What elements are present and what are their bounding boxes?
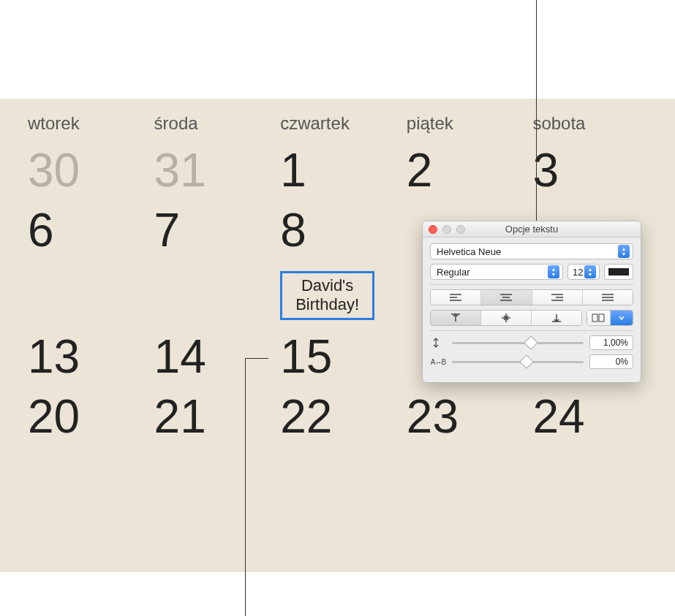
columns-control <box>587 310 633 326</box>
align-center-button[interactable] <box>481 290 532 305</box>
columns-icon <box>592 313 605 322</box>
align-left-icon <box>449 293 462 302</box>
valign-middle-button[interactable] <box>481 311 532 325</box>
event-cell: David's Birthday! <box>274 271 401 320</box>
char-spacing-icon: A↔B <box>430 358 446 366</box>
panel-body: Helvetica Neue ▲▼ Regular ▲▼ 12 ▲▼ <box>423 237 641 382</box>
font-style-select[interactable]: Regular ▲▼ <box>430 264 563 280</box>
divider <box>430 284 633 285</box>
font-family-select[interactable]: Helvetica Neue ▲▼ <box>430 243 633 259</box>
slider-thumb[interactable] <box>519 354 534 369</box>
select-stepper-icon: ▲▼ <box>618 245 630 258</box>
color-preview <box>608 268 629 275</box>
day-number[interactable]: 23 <box>401 393 527 440</box>
line-spacing-value: 1,00% <box>603 338 628 348</box>
day-header: wtorek <box>22 113 148 134</box>
day-number[interactable]: 21 <box>148 393 275 440</box>
event-text-box[interactable]: David's Birthday! <box>280 271 374 320</box>
day-header: sobota <box>527 113 653 134</box>
callout-line <box>245 358 246 616</box>
valign-bottom-icon <box>551 313 562 323</box>
day-number[interactable]: 8 <box>274 207 401 258</box>
align-justify-icon <box>601 293 614 302</box>
line-spacing-icon <box>430 337 446 349</box>
select-stepper-icon: ▲▼ <box>584 265 596 278</box>
horizontal-alignment-segment <box>430 289 633 305</box>
valign-bottom-button[interactable] <box>532 311 581 325</box>
align-justify-button[interactable] <box>583 290 633 305</box>
day-number[interactable]: 15 <box>274 333 401 380</box>
columns-menu-button[interactable] <box>611 311 633 325</box>
panel-title: Opcje tekstu <box>423 224 641 235</box>
day-number[interactable]: 14 <box>148 333 275 380</box>
svg-rect-18 <box>592 314 597 322</box>
day-number[interactable]: 31 <box>148 147 275 194</box>
font-size-value: 12 <box>573 267 583 278</box>
vertical-alignment-segment <box>430 310 582 326</box>
font-style-value: Regular <box>437 267 470 278</box>
panel-titlebar[interactable]: Opcje tekstu <box>423 221 641 237</box>
day-header: piątek <box>401 113 527 134</box>
columns-button[interactable] <box>587 311 611 325</box>
align-center-icon <box>499 293 513 302</box>
font-size-field[interactable]: 12 ▲▼ <box>567 264 600 280</box>
valign-top-button[interactable] <box>431 311 481 325</box>
align-right-button[interactable] <box>532 290 583 305</box>
valign-middle-icon <box>501 313 511 323</box>
char-spacing-value: 0% <box>616 357 628 367</box>
callout-line <box>245 358 268 359</box>
font-family-value: Helvetica Neue <box>437 246 501 257</box>
line-spacing-row: 1,00% <box>430 335 633 350</box>
valign-top-icon <box>450 313 461 323</box>
day-number[interactable]: 24 <box>527 393 653 440</box>
day-number[interactable]: 22 <box>274 393 401 440</box>
day-number[interactable]: 6 <box>22 207 148 258</box>
day-number[interactable]: 20 <box>22 393 148 440</box>
char-spacing-row: A↔B 0% <box>430 354 633 369</box>
svg-rect-19 <box>599 314 604 322</box>
day-number[interactable]: 2 <box>401 147 527 194</box>
day-number[interactable]: 13 <box>22 333 148 380</box>
day-number[interactable]: 1 <box>274 147 401 194</box>
text-color-swatch[interactable] <box>604 264 633 280</box>
day-header: czwartek <box>274 113 401 134</box>
empty-cell <box>22 271 148 320</box>
empty-cell <box>148 271 275 320</box>
day-number[interactable]: 3 <box>527 147 653 194</box>
line-spacing-slider[interactable] <box>452 342 584 344</box>
align-left-button[interactable] <box>431 290 481 305</box>
char-spacing-value-field[interactable]: 0% <box>589 354 633 369</box>
align-right-icon <box>551 293 564 302</box>
callout-line <box>536 0 537 225</box>
day-header: środa <box>148 113 275 134</box>
divider <box>430 330 633 331</box>
slider-thumb[interactable] <box>524 335 538 350</box>
char-spacing-slider[interactable] <box>452 361 584 363</box>
day-number[interactable]: 7 <box>148 207 275 258</box>
chevron-down-icon <box>619 316 625 320</box>
line-spacing-value-field[interactable]: 1,00% <box>589 335 633 350</box>
text-options-panel: Opcje tekstu Helvetica Neue ▲▼ Regular ▲… <box>422 221 641 383</box>
day-number[interactable]: 30 <box>22 147 148 194</box>
select-stepper-icon: ▲▼ <box>548 265 559 278</box>
